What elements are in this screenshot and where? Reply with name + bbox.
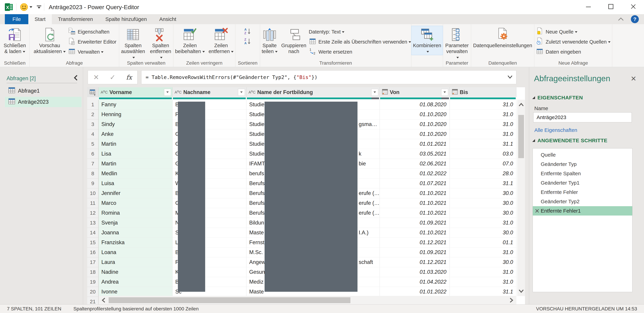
cell-vorname[interactable]: Ivonne: [98, 287, 172, 297]
ribbon-button-werte-ersetzen[interactable]: 12Werte ersetzen: [309, 47, 411, 57]
ribbon-button-vorschau-aktualisieren[interactable]: Vorschau aktualisieren: [32, 26, 67, 55]
filter-dropdown-icon[interactable]: [238, 89, 245, 96]
cell-von[interactable]: 01.10.2021: [380, 228, 450, 238]
cell-bis[interactable]: 30.0: [450, 188, 516, 198]
cell-von[interactable]: 01.09.2021: [380, 218, 450, 228]
filter-dropdown-icon[interactable]: [441, 89, 448, 96]
cell-von[interactable]: 02.06.2021: [380, 159, 450, 169]
tab-start[interactable]: Start: [28, 14, 52, 24]
cell-vorname[interactable]: Andrea: [98, 277, 172, 287]
step-delete-icon[interactable]: [534, 208, 540, 215]
cell-vorname[interactable]: Martin: [98, 159, 172, 169]
cell-vorname[interactable]: Romina: [98, 208, 172, 218]
cell-bis[interactable]: 31.0: [450, 119, 516, 129]
ribbon-button-sort-za-icon[interactable]: ZA: [244, 37, 252, 47]
ribbon-button-spalten-entfernen[interactable]: Spalten entfernen: [148, 26, 173, 61]
cell-von[interactable]: 01.12.2021: [380, 238, 450, 247]
cell-bis[interactable]: 31.1: [450, 139, 516, 149]
ribbon-button-eigenschaften[interactable]: Eigenschaften: [68, 27, 116, 37]
vertical-scrollbar[interactable]: [517, 100, 525, 296]
close-icon[interactable]: [630, 3, 637, 10]
cell-von[interactable]: 01.09.2021: [380, 247, 450, 257]
ribbon-button-zuletzt-verwendete-quellen[interactable]: Zuletzt verwendete Quellen: [536, 37, 610, 47]
quick-access-toolbar-icon[interactable]: [37, 6, 41, 9]
ribbon-button-gruppieren-nach[interactable]: Gruppieren nach: [280, 26, 308, 55]
cell-vorname[interactable]: Henning: [98, 110, 172, 119]
cell-vorname[interactable]: Franziska: [98, 238, 172, 247]
ribbon-collapse-icon[interactable]: [617, 17, 625, 22]
cell-vorname[interactable]: Anke: [98, 129, 172, 139]
tab-transformieren[interactable]: Transformieren: [52, 14, 99, 24]
cell-von[interactable]: 01.10.2021: [380, 188, 450, 198]
horizontal-scrollbar[interactable]: [98, 296, 516, 304]
horizontal-scroll-thumb[interactable]: [109, 297, 350, 303]
cell-vorname[interactable]: Fanny: [98, 100, 172, 110]
cell-bis[interactable]: 31.1: [450, 287, 516, 297]
cell-vorname[interactable]: Medlin: [98, 169, 172, 179]
cell-bis[interactable]: 07.0: [450, 159, 516, 169]
ribbon-button-spalten-auswählen[interactable]: Spalten auswählen: [119, 26, 147, 61]
cell-vorname[interactable]: Sindy: [98, 119, 172, 129]
query-name-input[interactable]: Anträge2023: [533, 112, 632, 122]
formula-input[interactable]: = Table.RemoveRowsWithErrors(#"Geänderte…: [141, 70, 516, 84]
applied-step-geänderter-typ[interactable]: Geänderter Typ: [533, 160, 632, 169]
select-all-corner-cell[interactable]: [87, 87, 98, 97]
cell-vorname[interactable]: Joanna: [98, 228, 172, 238]
ribbon-button-parameter-verwalten[interactable]: Parameter verwalten: [443, 26, 471, 61]
tab-ansicht[interactable]: Ansicht: [153, 14, 182, 24]
applied-step-entfernte-fehler[interactable]: Entfernte Fehler: [533, 187, 632, 197]
ribbon-button-datentyp-text[interactable]: Datentyp: Text: [309, 27, 411, 37]
applied-step-quelle[interactable]: Quelle: [533, 150, 632, 160]
maximize-icon[interactable]: [607, 3, 615, 10]
cell-von[interactable]: 01.10.2020: [380, 110, 450, 119]
ribbon-button-neue-quelle[interactable]: Neue Quelle: [536, 27, 610, 37]
ribbon-button-erste-zeile-als-überschriften-verwenden[interactable]: Erste Zeile als Überschriften verwenden: [309, 37, 411, 47]
ribbon-button-schließen-laden[interactable]: Schließen & laden: [2, 26, 27, 55]
smiley-icon[interactable]: [20, 3, 28, 11]
cell-bis[interactable]: 31.0: [450, 100, 516, 110]
cell-vorname[interactable]: Laura: [98, 257, 172, 267]
cell-vorname[interactable]: Martin: [98, 139, 172, 149]
column-header-von[interactable]: Von: [380, 87, 450, 97]
cell-bis[interactable]: 03.0: [450, 149, 516, 159]
cell-vorname[interactable]: Luisa: [98, 179, 172, 188]
cell-von[interactable]: 01.03.2020: [380, 267, 450, 277]
cell-bis[interactable]: 28.0: [450, 169, 516, 179]
cell-bis[interactable]: 30.0: [450, 228, 516, 238]
vertical-scroll-thumb[interactable]: [518, 115, 524, 158]
cell-vorname[interactable]: Nadine: [98, 267, 172, 277]
ribbon-button-erweiterter-editor[interactable]: Erweiterter Editor: [68, 37, 116, 47]
ribbon-button-zeilen-entfernen[interactable]: Zeilen entfernen: [207, 26, 235, 55]
cell-von[interactable]: 01.01.2021: [380, 139, 450, 149]
help-icon[interactable]: ?: [631, 15, 639, 23]
cell-bis[interactable]: 31.0: [450, 277, 516, 287]
minimize-icon[interactable]: [584, 3, 592, 10]
filter-dropdown-icon[interactable]: [371, 89, 378, 96]
sidebar-collapse-icon[interactable]: [73, 74, 78, 81]
cell-von[interactable]: 01.10.2020: [380, 129, 450, 139]
cell-bis[interactable]: 31.0: [450, 110, 516, 119]
cell-bis[interactable]: 01.1: [450, 238, 516, 247]
scroll-up-icon[interactable]: [517, 100, 525, 109]
cell-bis[interactable]: 31.0: [450, 129, 516, 139]
cell-von[interactable]: 01.02.2022: [380, 169, 450, 179]
ribbon-button-verwalten[interactable]: Verwalten: [68, 47, 116, 57]
cell-von[interactable]: 01.10.2021: [380, 198, 450, 208]
cell-bis[interactable]: 30.0: [450, 208, 516, 218]
column-header-name-der-fortbildung[interactable]: ABCName der Fortbildung: [246, 87, 380, 97]
cell-von[interactable]: 01.07.2021: [380, 179, 450, 188]
ribbon-button-datenquelleneinstellungen[interactable]: Datenquelleneinstellungen: [472, 26, 534, 49]
formula-cancel-icon[interactable]: ✕: [93, 73, 99, 81]
ribbon-button-daten-eingeben[interactable]: Daten eingeben: [536, 47, 610, 57]
applied-step-geänderter-typ1[interactable]: Geänderter Typ1: [533, 178, 632, 187]
ribbon-button-spalte-teilen[interactable]: Spalte teilen: [260, 26, 279, 55]
query-item-abfrage1[interactable]: Abfrage1: [5, 86, 82, 96]
ribbon-button-kombinieren[interactable]: Kombinieren: [411, 26, 443, 55]
cell-von[interactable]: 01.01.2022: [380, 287, 450, 297]
cell-vorname[interactable]: Loana: [98, 247, 172, 257]
cell-von[interactable]: 01.10.2020: [380, 119, 450, 129]
cell-bis[interactable]: 31.0: [450, 247, 516, 257]
applied-steps-section-header[interactable]: ANGEWENDETE SCHRITTE: [532, 138, 608, 143]
cell-vorname[interactable]: Svenja: [98, 218, 172, 228]
cell-von[interactable]: 01.04.2022: [380, 277, 450, 287]
